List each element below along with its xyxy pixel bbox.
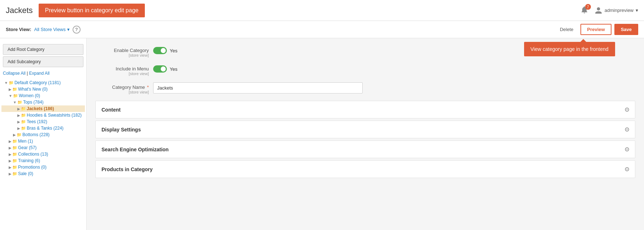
folder-icon: 📁 bbox=[17, 133, 22, 137]
tree-item[interactable]: ▶📁Bras & Tanks (224) bbox=[1, 125, 85, 131]
folder-icon: 📁 bbox=[12, 87, 17, 92]
tree-item[interactable]: ▶📁Jackets (186) bbox=[1, 105, 85, 112]
tree-item[interactable]: ▶📁Gear (57) bbox=[1, 144, 85, 151]
store-view-value: All Store Views bbox=[34, 27, 66, 32]
tree-expand-icon: ▶ bbox=[17, 120, 20, 124]
include-in-menu-label: Include in Menu [store view] bbox=[95, 64, 153, 76]
tree-item-label: Tees (192) bbox=[27, 119, 47, 124]
delete-button[interactable]: Delete bbox=[556, 25, 578, 34]
tree-item-label: Hoodies & Sweatshirts (182) bbox=[27, 113, 82, 118]
category-name-label: Category Name * [store view] bbox=[95, 82, 153, 94]
tree-expand-icon: ▼ bbox=[9, 94, 12, 98]
help-icon[interactable]: ? bbox=[73, 26, 81, 34]
category-name-group: Category Name * [store view] bbox=[95, 82, 635, 94]
accordion-label: Products in Category bbox=[101, 166, 153, 172]
preview-button[interactable]: Preview bbox=[580, 24, 611, 35]
tooltip-banner: Preview button in category edit page bbox=[39, 4, 145, 17]
tree-item[interactable]: ▶📁Training (6) bbox=[1, 157, 85, 164]
enable-category-label: Enable Category [store view] bbox=[95, 45, 153, 57]
accordion-header[interactable]: Display Settings⊙ bbox=[96, 121, 635, 138]
tree-item[interactable]: ▶📁Promotions (0) bbox=[1, 164, 85, 170]
preview-tooltip: View category page in the frontend bbox=[524, 42, 615, 56]
accordion-label: Search Engine Optimization bbox=[101, 147, 169, 152]
tree-item-label: Women (0) bbox=[19, 93, 40, 98]
save-button[interactable]: Save bbox=[614, 24, 638, 35]
accordion-section: Search Engine Optimization⊙ bbox=[95, 140, 635, 158]
tree-item[interactable]: ▶📁Hoodies & Sweatshirts (182) bbox=[1, 112, 85, 118]
include-in-menu-value: Yes bbox=[170, 66, 177, 72]
chevron-icon: ⊙ bbox=[624, 166, 629, 173]
folder-icon: 📁 bbox=[12, 139, 17, 144]
folder-icon: 📁 bbox=[21, 126, 26, 131]
tree-item[interactable]: ▶📁Men (1) bbox=[1, 138, 85, 144]
page-title: Jackets bbox=[6, 6, 33, 15]
accordion-header[interactable]: Products in Category⊙ bbox=[96, 161, 635, 178]
add-subcategory-button[interactable]: Add Subcategory bbox=[3, 56, 83, 67]
tree-expand-icon: ▼ bbox=[13, 100, 17, 104]
accordion-section: Products in Category⊙ bbox=[95, 160, 635, 178]
store-view-actions: Delete Preview View category page in the… bbox=[556, 24, 638, 35]
header-right: 7 adminpreview ▾ bbox=[580, 5, 638, 15]
include-in-menu-toggle-wrap: Yes bbox=[153, 64, 177, 73]
tree-expand-icon: ▶ bbox=[17, 107, 20, 111]
tree-item[interactable]: ▶📁What's New (0) bbox=[1, 86, 85, 92]
tree-item-label: Gear (57) bbox=[18, 145, 36, 150]
include-in-menu-toggle[interactable] bbox=[153, 65, 167, 73]
preview-area: Preview View category page in the fronte… bbox=[580, 24, 611, 35]
notification-icon[interactable]: 7 bbox=[580, 5, 589, 15]
user-menu[interactable]: adminpreview ▾ bbox=[595, 6, 638, 14]
expand-all-link[interactable]: Expand All bbox=[29, 71, 50, 76]
tree-expand-icon: ▶ bbox=[9, 146, 12, 150]
sidebar: Add Root Category Add Subcategory Collap… bbox=[0, 38, 87, 230]
tree-item[interactable]: ▼📁Tops (784) bbox=[1, 99, 85, 105]
collapse-all-link[interactable]: Collapse All bbox=[3, 71, 26, 76]
notification-badge: 7 bbox=[585, 4, 591, 10]
accordion-header[interactable]: Content⊙ bbox=[96, 101, 635, 118]
tree-controls: Collapse All | Expand All bbox=[0, 69, 86, 78]
tree-item-label: Sale (0) bbox=[18, 171, 33, 176]
tree-item-label: What's New (0) bbox=[18, 87, 48, 92]
chevron-icon: ⊙ bbox=[624, 126, 629, 133]
tree-item[interactable]: ▶📁Collections (13) bbox=[1, 151, 85, 157]
folder-icon: 📁 bbox=[21, 120, 26, 124]
add-root-category-button[interactable]: Add Root Category bbox=[3, 44, 83, 55]
tree-expand-icon: ▶ bbox=[9, 172, 12, 176]
folder-icon: 📁 bbox=[17, 100, 22, 105]
tree-item[interactable]: ▼📁Women (0) bbox=[1, 92, 85, 99]
enable-category-toggle[interactable] bbox=[153, 47, 167, 54]
store-view-label: Store View: bbox=[6, 27, 31, 32]
accordion-header[interactable]: Search Engine Optimization⊙ bbox=[96, 141, 635, 158]
main-layout: Add Root Category Add Subcategory Collap… bbox=[0, 38, 644, 230]
tree-item[interactable]: ▼📁Default Category (1181) bbox=[1, 79, 85, 86]
store-view-chevron-icon: ▾ bbox=[67, 27, 70, 32]
store-view-select[interactable]: All Store Views ▾ bbox=[34, 27, 70, 32]
tree-expand-icon: ▶ bbox=[17, 126, 20, 130]
header: Jackets Preview button in category edit … bbox=[0, 0, 644, 21]
accordion-section: Display Settings⊙ bbox=[95, 121, 635, 138]
category-name-input[interactable] bbox=[153, 82, 363, 94]
tree-item-label: Tops (784) bbox=[23, 100, 44, 105]
tree-expand-icon: ▶ bbox=[9, 152, 12, 156]
accordion-container: Content⊙Display Settings⊙Search Engine O… bbox=[95, 101, 635, 178]
tree-item[interactable]: ▶📁Sale (0) bbox=[1, 170, 85, 177]
tree-expand-icon: ▶ bbox=[9, 139, 12, 143]
accordion-label: Display Settings bbox=[101, 127, 141, 133]
tree-item-label: Training (6) bbox=[18, 158, 40, 163]
tree-item[interactable]: ▶📁Tees (192) bbox=[1, 118, 85, 125]
include-in-menu-group: Include in Menu [store view] Yes bbox=[95, 64, 635, 76]
tree-item[interactable]: ▶📁Bottoms (228) bbox=[1, 131, 85, 138]
user-chevron-icon: ▾ bbox=[636, 8, 638, 13]
tree-expand-icon: ▶ bbox=[13, 133, 16, 137]
enable-category-value: Yes bbox=[170, 48, 177, 53]
category-tree: ▼📁Default Category (1181)▶📁What's New (0… bbox=[0, 78, 86, 178]
tree-expand-icon: ▶ bbox=[17, 113, 20, 117]
content-area: Enable Category [store view] Yes Include… bbox=[87, 38, 644, 230]
folder-icon: 📁 bbox=[12, 159, 17, 163]
tree-item-label: Default Category (1181) bbox=[14, 80, 61, 85]
folder-icon: 📁 bbox=[13, 94, 18, 98]
user-name: adminpreview bbox=[605, 8, 634, 13]
chevron-icon: ⊙ bbox=[624, 106, 629, 113]
folder-icon: 📁 bbox=[12, 152, 17, 157]
tree-item-label: Men (1) bbox=[18, 139, 33, 144]
tree-expand-icon: ▼ bbox=[4, 81, 8, 85]
